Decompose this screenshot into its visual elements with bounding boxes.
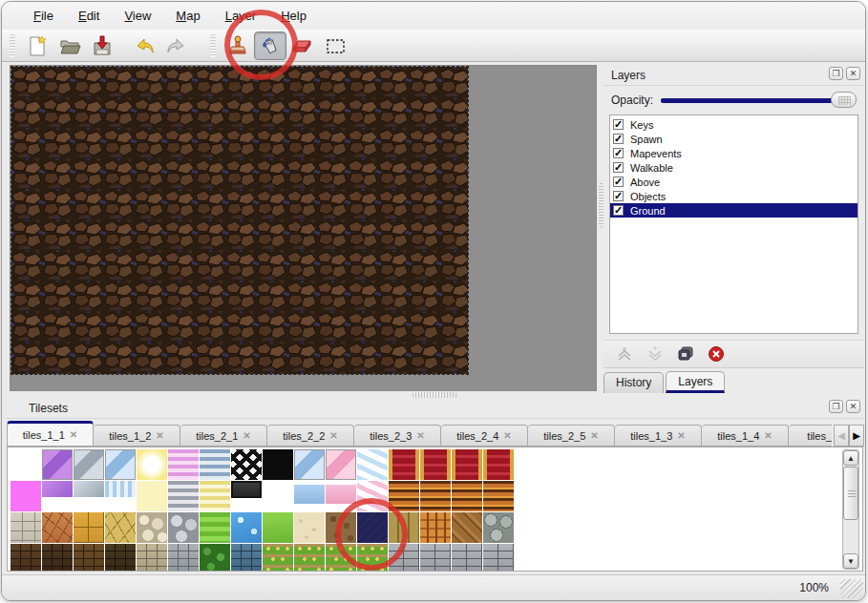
palette-tile-planks-gray[interactable] [452, 544, 482, 572]
palette-tile-pale-yellow[interactable] [137, 481, 167, 511]
palette-tile-stripes-blue[interactable] [200, 449, 230, 480]
palette-tile-curtain-red[interactable] [452, 449, 482, 480]
dock-tab-layers[interactable]: Layers [666, 371, 725, 393]
palette-tile-curtain-red[interactable] [420, 449, 451, 480]
move-layer-up-button[interactable] [615, 345, 634, 363]
map-canvas[interactable] [11, 67, 468, 374]
palette-tile-white[interactable] [11, 449, 41, 480]
scroll-up-button[interactable]: ▲ [843, 450, 858, 466]
palette-tile-pebbles[interactable] [137, 512, 167, 543]
redo-button[interactable] [160, 31, 193, 60]
move-layer-down-button[interactable] [646, 345, 665, 363]
palette-tile-stone-blocks[interactable] [11, 512, 41, 543]
palette-tile-glass-blue[interactable] [105, 449, 136, 480]
palette-tile-lattice[interactable] [231, 449, 262, 480]
scrollbar-thumb[interactable] [843, 467, 858, 520]
close-tab-icon[interactable]: ✕ [677, 430, 685, 441]
palette-tile-brick-gray[interactable] [168, 544, 199, 572]
layer-row-mapevents[interactable]: ✓Mapevents [610, 146, 857, 160]
close-tab-icon[interactable]: ✕ [416, 430, 424, 441]
undo-button[interactable] [128, 31, 160, 60]
duplicate-layer-button[interactable] [676, 345, 695, 363]
close-tab-icon[interactable]: ✕ [503, 430, 511, 441]
palette-tile-glow-yellow[interactable] [137, 449, 167, 480]
palette-tile-stripes-orange[interactable] [452, 481, 482, 511]
opacity-slider-handle[interactable] [831, 92, 857, 108]
palette-tile-planks-gray[interactable] [420, 544, 451, 572]
palette-tile-magenta[interactable] [11, 481, 41, 511]
new-file-button[interactable] [21, 31, 53, 60]
menu-item-edit[interactable]: Edit [66, 5, 112, 27]
layer-visibility-checkbox[interactable]: ✓ [613, 205, 624, 216]
menu-item-map[interactable]: Map [163, 5, 212, 27]
tileset-tab-tiles_1_4[interactable]: tiles_1_4✕ [702, 425, 789, 447]
close-tab-icon[interactable]: ✕ [590, 430, 598, 441]
layer-row-ground[interactable]: ✓Ground [610, 203, 857, 218]
palette-tile-sand[interactable] [294, 512, 325, 543]
menu-item-file[interactable]: File [21, 5, 66, 27]
scroll-tabs-left-button[interactable]: ◀ [834, 425, 849, 447]
palette-tile-grass[interactable] [263, 512, 293, 543]
scroll-tabs-right-button[interactable]: ▶ [849, 425, 864, 447]
toolbar-drag-handle[interactable] [10, 34, 15, 57]
palette-tile-stripes-diag-blue[interactable] [357, 449, 388, 480]
close-tab-icon[interactable]: ✕ [156, 430, 163, 441]
palette-tile-stones-gray[interactable] [168, 512, 199, 543]
toolbar-drag-handle[interactable] [210, 34, 216, 57]
tileset-tab-tiles_1_3[interactable]: tiles_1_3✕ [615, 425, 702, 447]
palette-tile-grass-rows[interactable] [200, 512, 230, 543]
palette-tile-brick-beige[interactable] [137, 544, 167, 572]
menu-item-view[interactable]: View [112, 5, 163, 27]
close-panel-icon[interactable]: ✕ [846, 400, 860, 413]
tileset-tab-tiles_2_3[interactable]: tiles_2_3✕ [354, 425, 441, 447]
palette-tile-glass-gray[interactable] [74, 449, 104, 480]
palette-tile-brick-blue[interactable] [231, 544, 262, 572]
palette-tile-herringbone[interactable] [452, 512, 482, 543]
palette-tile-curtain-red[interactable] [389, 449, 419, 480]
palette-tile-brick-brown[interactable] [74, 544, 104, 572]
palette-tile-planks-gray[interactable] [483, 544, 514, 572]
layer-visibility-checkbox[interactable]: ✓ [613, 119, 624, 130]
resize-grip[interactable] [840, 579, 863, 598]
close-tab-icon[interactable]: ✕ [70, 429, 77, 440]
opacity-slider-track[interactable] [661, 98, 855, 103]
palette-tile-path-flowers[interactable] [294, 544, 325, 572]
layer-visibility-checkbox[interactable]: ✓ [613, 134, 624, 144]
float-panel-icon[interactable]: ❐ [829, 400, 843, 413]
close-tab-icon[interactable]: ✕ [243, 430, 250, 441]
layer-visibility-checkbox[interactable]: ✓ [613, 177, 624, 187]
rect-select-tool-button[interactable] [319, 31, 351, 60]
palette-tile-glass-purple[interactable] [42, 449, 73, 480]
tileset-tab-tiles_1_1[interactable]: tiles_1_1✕ [7, 421, 94, 447]
palette-tile-brick-darkbrown[interactable] [11, 544, 41, 572]
palette-tile-half-water[interactable] [105, 481, 136, 511]
palette-tile-path-flowers[interactable] [263, 544, 293, 572]
palette-tile-glass-blue[interactable] [294, 449, 325, 480]
palette-tile-half-gray[interactable] [74, 481, 104, 511]
close-panel-icon[interactable]: ✕ [846, 67, 860, 80]
layer-row-walkable[interactable]: ✓Walkable [610, 160, 857, 175]
tileset-tab-tiles_2_5[interactable]: tiles_2_5✕ [528, 425, 615, 447]
palette-tile-water[interactable] [231, 512, 262, 543]
tileset-tab-tiles_2_1[interactable]: tiles_2_1✕ [180, 425, 267, 447]
palette-scrollbar[interactable]: ▲ ▼ [842, 449, 859, 570]
palette-tile-logs[interactable] [483, 512, 514, 543]
palette-tile-white[interactable] [263, 481, 293, 511]
scroll-down-button[interactable]: ▼ [843, 553, 858, 569]
tileset-tab-tiles_2_2[interactable]: tiles_2_2✕ [267, 425, 354, 447]
float-panel-icon[interactable]: ❐ [829, 67, 843, 80]
layer-row-objects[interactable]: ✓Objects [610, 189, 857, 203]
palette-tile-stripes-gray[interactable] [168, 481, 199, 511]
layer-visibility-checkbox[interactable]: ✓ [613, 148, 624, 158]
tileset-tab-tiles_1_2[interactable]: tiles_1_2✕ [94, 425, 180, 447]
layer-visibility-checkbox[interactable]: ✓ [613, 162, 624, 173]
layer-row-spawn[interactable]: ✓Spawn [610, 132, 857, 146]
palette-tile-stripes-orange[interactable] [483, 481, 514, 511]
palette-tile-stripes-pink[interactable] [168, 449, 199, 480]
palette-tile-brick-brown2[interactable] [42, 544, 73, 572]
tileset-tab-tiles_1_[interactable]: tiles_1_✕ [789, 425, 832, 447]
delete-layer-button[interactable] [707, 345, 726, 363]
save-file-button[interactable] [86, 31, 118, 60]
palette-tile-half-purple[interactable] [42, 481, 73, 511]
open-file-button[interactable] [53, 31, 86, 60]
